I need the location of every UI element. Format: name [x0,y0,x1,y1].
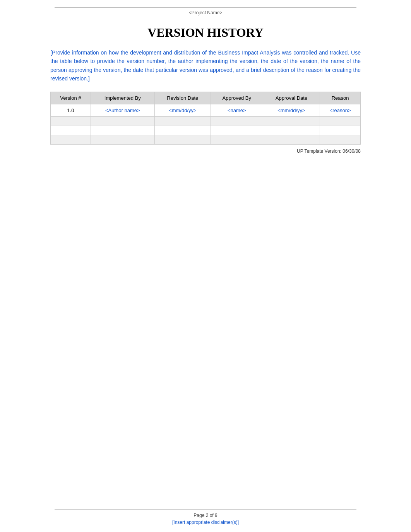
cell-implemented-by [91,126,154,135]
cell-version [51,116,91,126]
cell-approval-date [263,135,320,144]
cell-approval-date [263,126,320,135]
template-version-line: UP Template Version: 06/30/08 [50,148,361,154]
page-wrapper: <Project Name> VERSION HISTORY [Provide … [0,0,411,532]
col-header-approved-by: Approved By [211,92,263,104]
cell-revision-date [154,116,211,126]
version-history-table: Version # Implemented By Revision Date A… [50,92,361,145]
table-header-row: Version # Implemented By Revision Date A… [51,92,361,104]
page-content: VERSION HISTORY [Provide information on … [0,22,411,505]
table-row [51,116,361,126]
cell-revision-date [154,135,211,144]
template-version-value: 06/30/08 [342,148,361,154]
cell-approved-by [211,116,263,126]
table-row [51,126,361,135]
table-row: 1.0<Author name><mm/dd/yy><name><mm/dd/y… [51,104,361,116]
col-header-implemented-by: Implemented By [91,92,154,104]
cell-implemented-by [91,116,154,126]
col-header-reason: Reason [320,92,361,104]
col-header-approval-date: Approval Date [263,92,320,104]
col-header-version: Version # [51,92,91,104]
col-header-revision-date: Revision Date [154,92,211,104]
template-version-label: UP Template Version: [297,148,341,154]
cell-version [51,135,91,144]
table-row [51,135,361,144]
cell-approved-by: <name> [211,104,263,116]
header-line [55,7,356,8]
cell-approved-by [211,126,263,135]
cell-reason: <reason> [320,104,361,116]
cell-version: 1.0 [51,104,91,116]
cell-approval-date: <mm/dd/yy> [263,104,320,116]
project-name: <Project Name> [189,10,223,15]
page-title: VERSION HISTORY [50,26,361,40]
cell-reason [320,135,361,144]
footer-disclaimer: [Insert appropriate disclaimer(s)] [172,520,239,525]
footer-line [55,509,356,510]
page-number: Page 2 of 9 [194,513,217,518]
page-header: <Project Name> [0,0,411,22]
cell-implemented-by [91,135,154,144]
cell-revision-date: <mm/dd/yy> [154,104,211,116]
intro-paragraph: [Provide information on how the developm… [50,48,361,83]
cell-implemented-by: <Author name> [91,104,154,116]
cell-approved-by [211,135,263,144]
cell-approval-date [263,116,320,126]
cell-reason [320,126,361,135]
cell-revision-date [154,126,211,135]
page-footer: Page 2 of 9 [Insert appropriate disclaim… [0,505,411,532]
cell-version [51,126,91,135]
cell-reason [320,116,361,126]
